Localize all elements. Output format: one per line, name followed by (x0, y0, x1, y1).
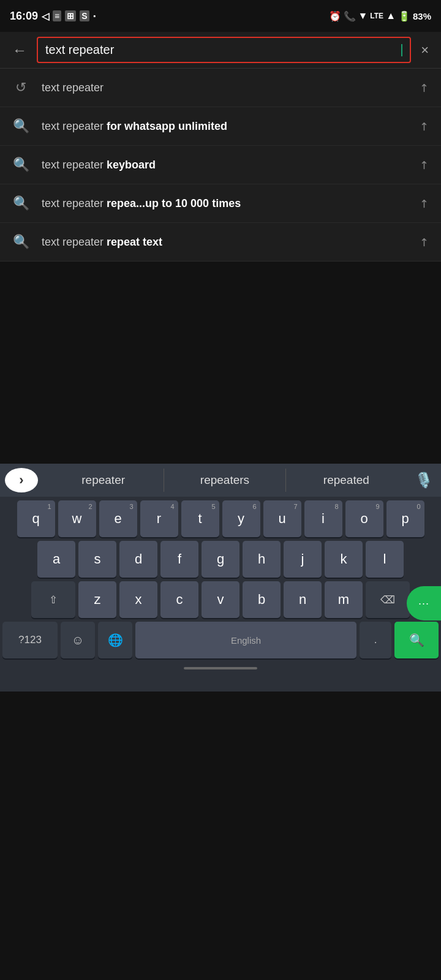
dot-icon: · (93, 9, 97, 23)
key-k[interactable]: k (325, 541, 363, 578)
key-l[interactable]: l (366, 541, 404, 578)
key-m[interactable]: m (325, 581, 363, 618)
fill-search-icon: ↗ (416, 80, 432, 96)
search-icon: 🔍 (12, 195, 29, 211)
chevron-right-icon: › (19, 472, 23, 488)
phone-icon: 📞 (344, 10, 356, 22)
key-s[interactable]: s (78, 541, 116, 578)
battery-level: 83% (413, 11, 431, 21)
clear-button[interactable]: × (418, 40, 431, 61)
teams-icon: ⊞ (65, 10, 76, 21)
battery-icon: 🔋 (398, 10, 410, 22)
key-row-4: ?123 ☺ 🌐 English . 🔍 (2, 622, 439, 658)
suggestion-text: text repeater keyboard (42, 159, 407, 172)
key-row-3: ⇧ z x c v b n m ⌫ (2, 581, 439, 618)
suggestions-list: ↺ text repeater ↗ 🔍 text repeater for wh… (0, 69, 441, 262)
suggestion-item[interactable]: 🔍 text repeater for whatsapp unlimited ↗ (0, 107, 441, 146)
suggestion-text: text repeater repea...up to 10 000 times (42, 197, 407, 210)
word-suggestions-bar: › repeater repeaters repeated 🎙️ (0, 464, 441, 497)
status-bar: 16:09 ◁ ≡ ⊞ S · ⏰ 📞 ▼ LTE ▲ 🔋 83% (0, 0, 441, 32)
mic-button[interactable]: 🎙️ (412, 468, 436, 492)
suggestion-text: text repeater repeat text (42, 236, 407, 249)
wifi-icon: ▼ (358, 10, 368, 21)
suggestion-text: text repeater for whatsapp unlimited (42, 120, 407, 133)
search-input-wrapper[interactable]: text repeater (37, 37, 411, 63)
navigation-icon: ◁ (42, 10, 49, 22)
back-button[interactable]: ← (10, 39, 29, 61)
shift-key[interactable]: ⇧ (31, 581, 75, 618)
suggestion-item[interactable]: 🔍 text repeater keyboard ↗ (0, 146, 441, 184)
suggestion-item[interactable]: 🔍 text repeater repea...up to 10 000 tim… (0, 184, 441, 223)
key-u[interactable]: u7 (263, 500, 301, 537)
key-x[interactable]: x (119, 581, 157, 618)
key-f[interactable]: f (160, 541, 198, 578)
fill-search-icon: ↗ (416, 234, 432, 250)
expand-suggestions-button[interactable]: › (5, 468, 38, 492)
search-icon: 🔍 (12, 118, 29, 134)
key-h[interactable]: h (243, 541, 281, 578)
search-key[interactable]: 🔍 (394, 622, 439, 658)
key-a[interactable]: a (37, 541, 75, 578)
space-key[interactable]: English (135, 622, 356, 658)
key-row-1: q1 w2 e3 r4 t5 y6 u7 i8 o9 p0 (2, 500, 439, 537)
status-time-section: 16:09 ◁ ≡ ⊞ S · (10, 9, 96, 23)
alarm-icon: ⏰ (329, 10, 341, 22)
word-chip-2[interactable]: repeaters (164, 469, 285, 492)
key-e[interactable]: e3 (99, 500, 137, 537)
search-input-text: text repeater (45, 43, 401, 57)
key-w[interactable]: w2 (58, 500, 96, 537)
globe-key[interactable]: 🌐 (98, 622, 132, 658)
empty-content-area (0, 262, 441, 464)
key-i[interactable]: i8 (304, 500, 342, 537)
key-r[interactable]: r4 (140, 500, 178, 537)
key-o[interactable]: o9 (345, 500, 383, 537)
word-chip-1[interactable]: repeater (43, 469, 164, 492)
key-n[interactable]: n (284, 581, 322, 618)
emoji-key[interactable]: ☺ (61, 622, 95, 658)
fab-button[interactable]: ··· (407, 586, 441, 620)
history-icon: ↺ (12, 80, 29, 96)
search-icon: 🔍 (12, 234, 29, 250)
key-y[interactable]: y6 (222, 500, 260, 537)
search-icon: 🔍 (12, 157, 29, 173)
status-right-icons: ⏰ 📞 ▼ LTE ▲ 🔋 83% (329, 10, 432, 22)
period-key[interactable]: . (360, 622, 391, 658)
numbers-key[interactable]: ?123 (2, 622, 58, 658)
backspace-key[interactable]: ⌫ (366, 581, 410, 618)
home-indicator (184, 667, 257, 669)
signal-icon: ▲ (386, 10, 396, 21)
key-q[interactable]: q1 (17, 500, 55, 537)
key-c[interactable]: c (160, 581, 198, 618)
superbook-icon: S (80, 10, 89, 21)
fill-search-icon: ↗ (416, 195, 432, 211)
key-t[interactable]: t5 (181, 500, 219, 537)
status-time: 16:09 (10, 10, 38, 23)
key-p[interactable]: p0 (386, 500, 424, 537)
suggestion-item[interactable]: 🔍 text repeater repeat text ↗ (0, 223, 441, 262)
fill-search-icon: ↗ (416, 157, 432, 173)
clipboard-icon: ≡ (53, 10, 61, 21)
bottom-nav (0, 662, 441, 679)
suggestion-item[interactable]: ↺ text repeater ↗ (0, 69, 441, 107)
key-v[interactable]: v (202, 581, 239, 618)
key-row-2: a s d f g h j k l (2, 541, 439, 578)
word-chip-3[interactable]: repeated (286, 469, 407, 492)
fill-search-icon: ↗ (416, 118, 432, 134)
key-b[interactable]: b (243, 581, 281, 618)
key-j[interactable]: j (284, 541, 322, 578)
key-rows: q1 w2 e3 r4 t5 y6 u7 i8 o9 p0 a s d f g … (0, 497, 441, 658)
key-g[interactable]: g (202, 541, 239, 578)
fab-dots-icon: ··· (418, 597, 429, 610)
suggestion-text: text repeater (42, 81, 407, 94)
key-z[interactable]: z (78, 581, 116, 618)
microphone-icon: 🎙️ (415, 472, 433, 489)
key-d[interactable]: d (119, 541, 157, 578)
word-chips-container: repeater repeaters repeated (43, 469, 407, 492)
lte-icon: LTE (370, 12, 383, 20)
text-cursor (401, 44, 402, 56)
search-bar: ← text repeater × (0, 32, 441, 69)
keyboard: › repeater repeaters repeated 🎙️ q1 w2 e… (0, 464, 441, 692)
